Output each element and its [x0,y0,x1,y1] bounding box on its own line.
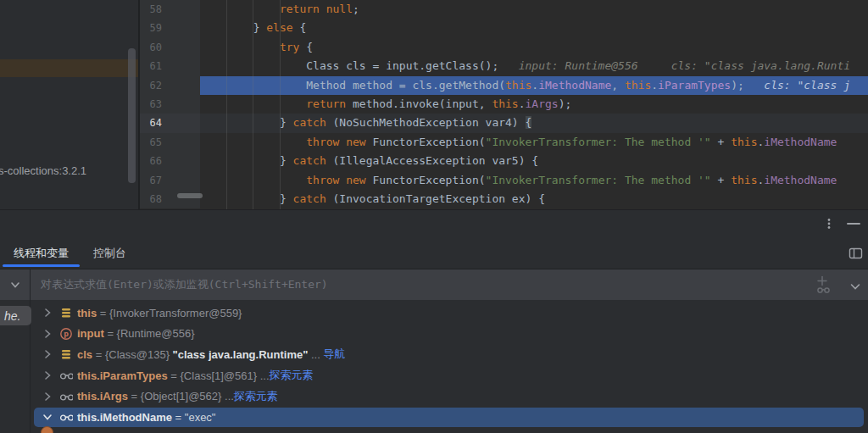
variable-name: this.iParamTypes [77,369,168,382]
line-number[interactable]: 67 [140,171,200,190]
code-text[interactable]: Method method = cls.getMethod(this.iMeth… [200,76,868,95]
code-segment [320,3,326,15]
editor-line[interactable]: 68 } catch (InvocationTargetException ex… [140,190,868,208]
chevron-down-icon[interactable] [41,413,54,421]
variable-value: = "exec" [172,411,216,424]
code-segment: { [526,116,532,129]
variable-action-link[interactable]: 导航 [323,347,345,362]
code-segment: + [711,136,731,148]
editor-line[interactable]: 67 throw new FunctorException("InvokerTr… [140,171,868,190]
chevron-right-icon[interactable] [41,391,54,402]
code-text[interactable]: return null; [200,0,868,19]
debug-tab[interactable]: 控制台 [82,239,137,267]
variable-name: this [77,307,97,319]
variable-row[interactable]: cls = {Class@135} "class java.lang.Runti… [31,344,868,365]
debug-tab[interactable]: 线程和变量 [3,239,80,267]
code-segment: iParamTypes [658,79,731,92]
project-selected-row[interactable] [0,59,138,77]
code-text[interactable]: } else { [200,19,868,37]
code-segment: return [306,97,346,110]
equals-sign: = [128,390,141,402]
editor-line[interactable]: 64 } catch (NoSuchMethodException var4) … [140,114,868,132]
code-segment: } [280,192,293,205]
line-number[interactable]: 66 [140,152,200,170]
code-segment: (NoSuchMethodException var4) [326,116,526,129]
project-panel-scrollbar[interactable] [128,48,136,183]
project-panel: s-collections:3.2.1 [0,0,140,209]
line-number[interactable]: 62 [140,76,200,95]
editor-line[interactable]: 65 throw new FunctorException("InvokerTr… [140,133,868,152]
editor-line[interactable]: 63 return method.invoke(input, this.iArg… [140,95,868,114]
line-number[interactable]: 64 [140,114,200,132]
code-segment: catch [293,192,326,205]
code-segment: throw [306,136,339,148]
kebab-menu-icon[interactable] [822,217,836,234]
value-icon [59,307,73,319]
variable-name: this.iMethodName [77,411,172,424]
code-segment: ); [731,79,744,92]
code-segment: , [611,79,625,92]
tooltip-fragment: he. [0,306,31,325]
variable-name: cls [77,348,92,361]
editor-hscrollbar[interactable] [177,193,203,198]
equals-sign: = [97,307,109,319]
code-text[interactable]: Class cls = input.getClass(); input: Run… [200,57,868,75]
code-text[interactable]: throw new FunctorException("InvokerTrans… [200,133,868,152]
add-watch-icon[interactable] [815,275,837,298]
line-number[interactable]: 60 [140,38,200,57]
code-segment: this [492,97,518,110]
watch-collapse-chevron-icon[interactable] [0,269,30,300]
variable-row[interactable]: this = {InvokerTransformer@559} [31,303,868,324]
expand-chevron-icon[interactable] [849,280,861,295]
code-segment: this [625,79,651,92]
value-icon [59,348,73,360]
line-number[interactable]: 61 [140,57,200,75]
chevron-right-icon[interactable] [41,308,54,318]
code-text[interactable]: try { [200,38,868,57]
line-number[interactable]: 65 [140,133,200,152]
code-segment: { [293,21,307,34]
code-segment: FunctorException( [366,136,486,148]
line-number[interactable]: 58 [140,0,200,19]
code-segment: ; [353,3,359,15]
code-text[interactable]: return method.invoke(input, this.iArgs); [200,95,868,114]
variable-action-link[interactable]: 探索元素 [234,389,278,404]
line-number[interactable]: 63 [140,95,200,114]
code-segment: . [531,79,538,92]
code-segment: catch [293,116,326,129]
editor-line[interactable]: 66 } catch (IllegalAccessException var5)… [140,152,868,170]
editor-line[interactable]: 58 return null; [140,0,868,19]
chevron-right-icon[interactable] [41,349,54,359]
line-number[interactable]: 59 [140,19,200,37]
code-segment: iMethodName [764,136,837,148]
editor-line[interactable]: 61 Class cls = input.getClass(); input: … [140,57,868,75]
code-text[interactable]: } catch (IllegalAccessException var5) { [200,152,868,170]
variable-child-icon [41,426,53,433]
variable-row[interactable]: this.iMethodName = "exec" [31,407,868,428]
chevron-right-icon[interactable] [41,329,54,339]
watch-icon [59,369,73,381]
editor-line[interactable]: 62 Method method = cls.getMethod(this.iM… [140,76,868,95]
split-panel-icon[interactable] [849,247,863,264]
code-text[interactable]: } catch (InvocationTargetException ex) { [200,190,868,208]
variable-row[interactable]: this.iParamTypes = {Class[1]@561} ...探索元… [31,365,868,386]
variable-action-link[interactable]: 探索元素 [270,368,314,383]
code-segment: { [299,41,313,53]
code-text[interactable]: } catch (NoSuchMethodException var4) { [200,114,868,132]
variable-value: {Runtime@556} [117,327,195,340]
code-segment: . [651,79,658,92]
code-segment: method.invoke(input, [346,97,492,110]
code-segment: this [505,79,531,92]
minimize-icon[interactable] [846,217,861,234]
code-editor[interactable]: 58 return null;59 } else {60 try {61 Cla… [140,0,868,209]
ide-window: s-collections:3.2.1 58 return null;59 } … [0,0,868,433]
editor-line[interactable]: 59 } else { [140,19,868,37]
dependency-label: s-collections:3.2.1 [0,164,86,177]
chevron-right-icon[interactable] [41,370,54,380]
variable-row[interactable]: pinput = {Runtime@556} [31,324,868,345]
code-text[interactable]: throw new FunctorException("InvokerTrans… [200,171,868,190]
editor-line[interactable]: 60 try { [140,38,868,57]
variable-value: {Class@135} [105,348,173,361]
evaluate-expression-input[interactable]: 对表达式求值(Enter)或添加监视(Ctrl+Shift+Enter) [31,269,817,300]
variable-row[interactable]: this.iArgs = {Object[1]@562} ...探索元素 [31,386,868,407]
